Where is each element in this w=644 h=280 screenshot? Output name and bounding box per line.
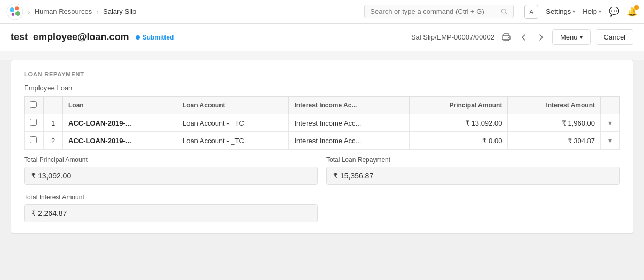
row1-chevron-icon: ▾ [608,119,612,127]
page-header: test_employee@loan.com Submitted Sal Sli… [0,24,644,51]
chevron-left-icon [520,34,528,41]
svg-line-6 [506,13,507,14]
totals-section: Total Principal Amount ₹ 13,092.00 Total… [24,156,620,222]
total-principal-value: ₹ 13,092.00 [24,167,318,185]
topnav: › Human Resources › Salary Slip A Settin… [0,0,644,24]
search-bar[interactable] [364,5,514,18]
row2-checkbox[interactable] [30,136,37,143]
table-row: 2 ACC-LOAN-2019-... Loan Account - _TC I… [25,132,620,150]
row2-principal-amount: ₹ 0.00 [409,132,508,150]
total-loan-repayment-label: Total Loan Repayment [326,156,620,164]
row1-expand[interactable]: ▾ [601,114,620,132]
row2-interest-amount: ₹ 304.87 [508,132,601,150]
total-loan-repayment-value: ₹ 15,356.87 [326,167,620,185]
search-icon [501,8,508,15]
app-logo [6,3,23,20]
menu-chevron-icon: ▾ [580,34,583,40]
status-text: Submitted [143,34,174,41]
prev-button[interactable] [518,32,530,43]
page-header-right: Sal Slip/EMP-00007/00002 Menu ▾ Cancel [411,29,633,45]
doc-id: Sal Slip/EMP-00007/00002 [411,33,494,41]
col-header-loan-account: Loan Account [177,97,289,114]
total-principal-block: Total Principal Amount ₹ 13,092.00 [24,156,318,185]
next-button[interactable] [535,32,547,43]
row1-loan-account: Loan Account - _TC [177,114,289,132]
row1-interest-amount: ₹ 1,960.00 [508,114,601,132]
breadcrumb-salary-slip[interactable]: Salary Slip [103,7,136,15]
total-principal-label: Total Principal Amount [24,156,318,164]
avatar[interactable]: A [524,5,538,19]
col-header-interest-amount: Interest Amount [508,97,601,114]
subsection-label: Employee Loan [24,84,620,92]
menu-label: Menu [560,33,578,41]
col-header-empty [44,97,63,114]
loan-table: Loan Loan Account Interest Income Ac... … [24,96,620,150]
svg-point-0 [7,3,23,19]
row2-chevron-icon: ▾ [608,136,612,145]
main-content: LOAN REPAYMENT Employee Loan Loan Loan A… [0,60,644,280]
col-header-principal-amount: Principal Amount [409,97,508,114]
help-chevron-icon: ▾ [599,9,601,14]
breadcrumb-sep-1: › [28,7,30,16]
menu-button[interactable]: Menu ▾ [552,29,591,45]
breadcrumb-human-resources[interactable]: Human Resources [35,7,92,15]
svg-point-4 [12,13,14,15]
row1-checkbox-cell [25,114,44,132]
svg-point-3 [15,11,20,16]
total-interest-value: ₹ 2,264.87 [24,204,318,222]
select-all-checkbox[interactable] [30,101,37,108]
row1-num: 1 [44,114,63,132]
row2-num: 2 [44,132,63,150]
svg-point-10 [508,37,509,38]
breadcrumb-sep-2: › [96,7,99,16]
chevron-right-icon [537,34,545,41]
total-interest-block: Total Interest Amount ₹ 2,264.87 [24,193,318,222]
row2-interest-income: Interest Income Acc... [289,132,409,150]
section-title: LOAN REPAYMENT [24,71,620,77]
row2-checkbox-cell [25,132,44,150]
svg-point-2 [15,6,19,10]
status-badge: Submitted [136,34,174,41]
col-header-interest-income: Interest Income Ac... [289,97,409,114]
row2-loan-account: Loan Account - _TC [177,132,289,150]
notification-icon[interactable]: 🔔 [627,6,638,17]
row1-loan[interactable]: ACC-LOAN-2019-... [63,114,177,132]
col-header-checkbox [25,97,44,114]
total-loan-repayment-block: Total Loan Repayment ₹ 15,356.87 [326,156,620,185]
row1-principal-amount: ₹ 13,092.00 [409,114,508,132]
loan-repayment-section: LOAN REPAYMENT Employee Loan Loan Loan A… [11,60,633,234]
status-dot [136,35,140,40]
table-row: 1 ACC-LOAN-2019-... Loan Account - _TC I… [25,114,620,132]
settings-chevron-icon: ▾ [572,9,575,14]
row1-checkbox[interactable] [30,119,37,126]
chat-icon[interactable]: 💬 [609,6,619,17]
total-interest-label: Total Interest Amount [24,193,318,201]
row1-interest-income: Interest Income Acc... [289,114,409,132]
cancel-button[interactable]: Cancel [596,29,633,45]
print-button[interactable] [500,31,513,44]
topnav-right: A Settings ▾ Help ▾ 💬 🔔 [524,5,638,19]
search-input[interactable] [370,7,498,15]
svg-point-1 [10,7,14,12]
col-header-actions [601,97,620,114]
page-title: test_employee@loan.com [11,32,129,43]
settings-button[interactable]: Settings ▾ [546,7,575,15]
print-icon [502,33,511,42]
help-button[interactable]: Help ▾ [583,7,601,15]
row2-loan[interactable]: ACC-LOAN-2019-... [63,132,177,150]
col-header-loan: Loan [63,97,177,114]
row2-expand[interactable]: ▾ [601,132,620,150]
